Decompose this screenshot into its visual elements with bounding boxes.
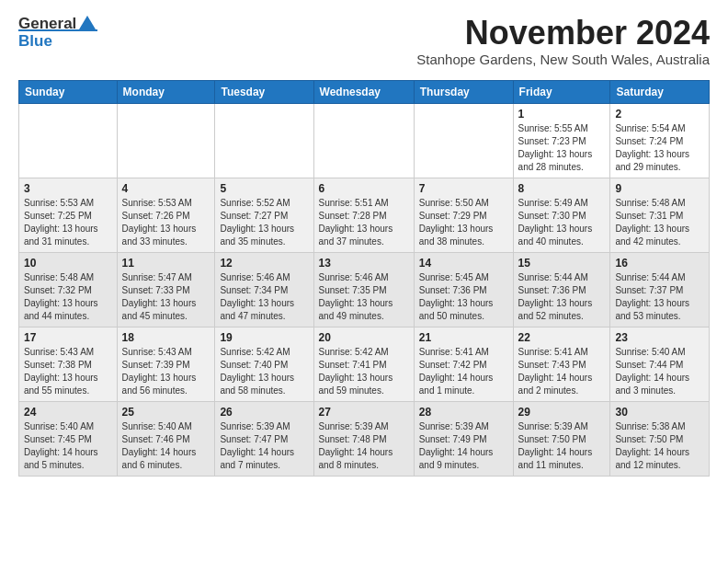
calendar-empty-cell (414, 103, 513, 178)
calendar-day-cell: 28Sunrise: 5:39 AM Sunset: 7:49 PM Dayli… (414, 401, 513, 476)
day-info: Sunrise: 5:53 AM Sunset: 7:26 PM Dayligh… (122, 197, 210, 248)
calendar-day-cell: 18Sunrise: 5:43 AM Sunset: 7:39 PM Dayli… (117, 327, 215, 401)
calendar-day-cell: 6Sunrise: 5:51 AM Sunset: 7:28 PM Daylig… (313, 178, 414, 252)
calendar-day-cell: 11Sunrise: 5:47 AM Sunset: 7:33 PM Dayli… (117, 252, 215, 327)
day-info: Sunrise: 5:39 AM Sunset: 7:47 PM Dayligh… (220, 420, 308, 472)
logo-icon (77, 13, 97, 33)
day-number: 4 (122, 182, 210, 195)
calendar-week-row: 10Sunrise: 5:48 AM Sunset: 7:32 PM Dayli… (19, 252, 710, 327)
weekday-header-tuesday: Tuesday (215, 80, 313, 103)
calendar-day-cell: 25Sunrise: 5:40 AM Sunset: 7:46 PM Dayli… (117, 401, 215, 476)
day-number: 18 (122, 331, 210, 344)
day-number: 15 (518, 257, 606, 270)
day-number: 24 (24, 406, 112, 419)
day-number: 22 (518, 331, 606, 344)
calendar-day-cell: 4Sunrise: 5:53 AM Sunset: 7:26 PM Daylig… (117, 178, 215, 252)
day-info: Sunrise: 5:46 AM Sunset: 7:34 PM Dayligh… (220, 271, 308, 323)
calendar-day-cell: 20Sunrise: 5:42 AM Sunset: 7:41 PM Dayli… (313, 327, 414, 401)
calendar-day-cell: 24Sunrise: 5:40 AM Sunset: 7:45 PM Dayli… (19, 401, 118, 476)
weekday-header-thursday: Thursday (414, 80, 513, 103)
svg-marker-0 (79, 16, 96, 29)
calendar-day-cell: 10Sunrise: 5:48 AM Sunset: 7:32 PM Dayli… (19, 252, 118, 327)
day-number: 10 (24, 257, 112, 270)
calendar-day-cell: 12Sunrise: 5:46 AM Sunset: 7:34 PM Dayli… (215, 252, 313, 327)
calendar-week-row: 1Sunrise: 5:55 AM Sunset: 7:23 PM Daylig… (19, 103, 710, 178)
calendar-day-cell: 29Sunrise: 5:39 AM Sunset: 7:50 PM Dayli… (513, 401, 610, 476)
day-number: 25 (122, 406, 210, 419)
weekday-header-saturday: Saturday (610, 80, 710, 103)
day-info: Sunrise: 5:38 AM Sunset: 7:50 PM Dayligh… (615, 420, 704, 472)
day-info: Sunrise: 5:40 AM Sunset: 7:45 PM Dayligh… (24, 420, 112, 472)
day-number: 23 (615, 331, 704, 344)
day-number: 20 (319, 331, 409, 344)
day-info: Sunrise: 5:49 AM Sunset: 7:30 PM Dayligh… (518, 197, 606, 248)
day-info: Sunrise: 5:42 AM Sunset: 7:40 PM Dayligh… (220, 346, 308, 397)
day-number: 21 (419, 331, 508, 344)
calendar-day-cell: 21Sunrise: 5:41 AM Sunset: 7:42 PM Dayli… (414, 327, 513, 401)
calendar-day-cell: 27Sunrise: 5:39 AM Sunset: 7:48 PM Dayli… (313, 401, 414, 476)
calendar-empty-cell (313, 103, 414, 178)
day-number: 5 (220, 182, 308, 195)
weekday-header-wednesday: Wednesday (313, 80, 414, 103)
day-number: 6 (319, 182, 409, 195)
day-info: Sunrise: 5:39 AM Sunset: 7:49 PM Dayligh… (419, 420, 508, 472)
logo-general: General (18, 15, 76, 33)
day-info: Sunrise: 5:46 AM Sunset: 7:35 PM Dayligh… (319, 271, 409, 323)
calendar-day-cell: 15Sunrise: 5:44 AM Sunset: 7:36 PM Dayli… (513, 252, 610, 327)
day-number: 2 (615, 108, 704, 121)
day-info: Sunrise: 5:43 AM Sunset: 7:38 PM Dayligh… (24, 346, 112, 397)
day-info: Sunrise: 5:41 AM Sunset: 7:43 PM Dayligh… (518, 346, 606, 397)
calendar-day-cell: 17Sunrise: 5:43 AM Sunset: 7:38 PM Dayli… (19, 327, 118, 401)
day-info: Sunrise: 5:44 AM Sunset: 7:37 PM Dayligh… (615, 271, 704, 323)
calendar-empty-cell (117, 103, 215, 178)
day-info: Sunrise: 5:40 AM Sunset: 7:44 PM Dayligh… (615, 346, 704, 397)
subtitle: Stanhope Gardens, New South Wales, Austr… (416, 52, 710, 67)
calendar-day-cell: 9Sunrise: 5:48 AM Sunset: 7:31 PM Daylig… (610, 178, 710, 252)
day-info: Sunrise: 5:48 AM Sunset: 7:32 PM Dayligh… (24, 271, 112, 323)
calendar-week-row: 24Sunrise: 5:40 AM Sunset: 7:45 PM Dayli… (19, 401, 710, 476)
day-number: 9 (615, 182, 704, 195)
calendar-day-cell: 26Sunrise: 5:39 AM Sunset: 7:47 PM Dayli… (215, 401, 313, 476)
weekday-header-sunday: Sunday (19, 80, 118, 103)
day-number: 8 (518, 182, 606, 195)
day-number: 29 (518, 406, 606, 419)
calendar-day-cell: 22Sunrise: 5:41 AM Sunset: 7:43 PM Dayli… (513, 327, 610, 401)
day-info: Sunrise: 5:40 AM Sunset: 7:46 PM Dayligh… (122, 420, 210, 472)
day-number: 27 (319, 406, 409, 419)
calendar-day-cell: 7Sunrise: 5:50 AM Sunset: 7:29 PM Daylig… (414, 178, 513, 252)
day-number: 11 (122, 257, 210, 270)
day-info: Sunrise: 5:54 AM Sunset: 7:24 PM Dayligh… (615, 122, 704, 174)
day-info: Sunrise: 5:45 AM Sunset: 7:36 PM Dayligh… (419, 271, 508, 323)
calendar-week-row: 3Sunrise: 5:53 AM Sunset: 7:25 PM Daylig… (19, 178, 710, 252)
calendar-day-cell: 8Sunrise: 5:49 AM Sunset: 7:30 PM Daylig… (513, 178, 610, 252)
month-title: November 2024 (416, 15, 710, 52)
day-info: Sunrise: 5:39 AM Sunset: 7:48 PM Dayligh… (319, 420, 409, 472)
title-block: November 2024 Stanhope Gardens, New Sout… (416, 15, 710, 75)
day-number: 19 (220, 331, 308, 344)
calendar-day-cell: 23Sunrise: 5:40 AM Sunset: 7:44 PM Dayli… (610, 327, 710, 401)
day-number: 12 (220, 257, 308, 270)
day-info: Sunrise: 5:51 AM Sunset: 7:28 PM Dayligh… (319, 197, 409, 248)
calendar-table: SundayMondayTuesdayWednesdayThursdayFrid… (18, 80, 710, 477)
day-info: Sunrise: 5:52 AM Sunset: 7:27 PM Dayligh… (220, 197, 308, 248)
calendar-day-cell: 3Sunrise: 5:53 AM Sunset: 7:25 PM Daylig… (19, 178, 118, 252)
weekday-header-friday: Friday (513, 80, 610, 103)
day-number: 3 (24, 182, 112, 195)
day-info: Sunrise: 5:50 AM Sunset: 7:29 PM Dayligh… (419, 197, 508, 248)
calendar-day-cell: 14Sunrise: 5:45 AM Sunset: 7:36 PM Dayli… (414, 252, 513, 327)
day-info: Sunrise: 5:48 AM Sunset: 7:31 PM Dayligh… (615, 197, 704, 248)
calendar-day-cell: 19Sunrise: 5:42 AM Sunset: 7:40 PM Dayli… (215, 327, 313, 401)
day-number: 7 (419, 182, 508, 195)
calendar-empty-cell (215, 103, 313, 178)
day-number: 14 (419, 257, 508, 270)
calendar-empty-cell (19, 103, 118, 178)
day-info: Sunrise: 5:42 AM Sunset: 7:41 PM Dayligh… (319, 346, 409, 397)
day-info: Sunrise: 5:39 AM Sunset: 7:50 PM Dayligh… (518, 420, 606, 472)
day-number: 28 (419, 406, 508, 419)
day-info: Sunrise: 5:44 AM Sunset: 7:36 PM Dayligh… (518, 271, 606, 323)
calendar-day-cell: 2Sunrise: 5:54 AM Sunset: 7:24 PM Daylig… (610, 103, 710, 178)
day-number: 26 (220, 406, 308, 419)
day-number: 13 (319, 257, 409, 270)
day-number: 17 (24, 331, 112, 344)
calendar-day-cell: 1Sunrise: 5:55 AM Sunset: 7:23 PM Daylig… (513, 103, 610, 178)
